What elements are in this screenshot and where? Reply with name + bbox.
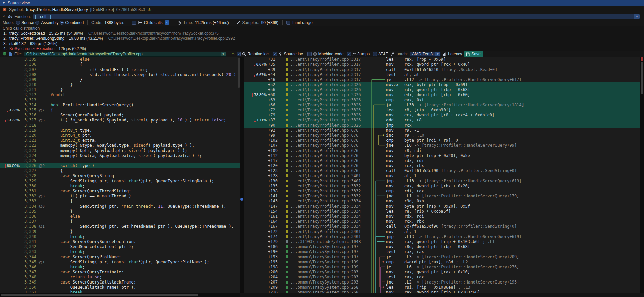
source-line[interactable]: 3,313 xyxy=(0,97,240,102)
asm-row[interactable]: +138...ent\TracyProfiler.cpp:3332cmprdi,… xyxy=(244,188,644,193)
source-line[interactable]: 3,316 ServerQueryPacket payload; xyxy=(0,112,240,117)
source-line[interactable]: 3,324 memcpy( &extra, &payload.extra, si… xyxy=(0,153,240,158)
collapse-icon[interactable]: ▼ xyxy=(2,1,5,5)
source-line[interactable]: 3,319 uint8_t type; xyxy=(0,128,240,133)
child-call-item[interactable]: 1.tracy::Socket::Read25.25 ms (54.89%)C:… xyxy=(0,31,644,36)
source-line[interactable]: 13.33%3,317@5 if( !m_sock->Read( &payloa… xyxy=(0,117,240,123)
source-line[interactable]: 3,334@6 SendString( ptr, "Main thread", … xyxy=(0,204,240,209)
source-line[interactable]: 3,347 case ServerQueryTerminate: xyxy=(0,269,240,274)
source-line[interactable]: 3,314bool Profiler::HandleServerQuery() xyxy=(0,102,240,107)
asm-row[interactable]: +193...ommon\TracySystem.cpp:197je.L3-> … xyxy=(244,254,644,259)
source-line[interactable]: 3,321 uint32_t extra; xyxy=(0,138,240,143)
asm-row[interactable]: +79...ent\TracyProfiler.cpp:3326movecx, … xyxy=(244,112,644,117)
asm-row[interactable]: 78.89%+60...ent\TracyProfiler.cpp:3326mo… xyxy=(244,92,644,97)
child-calls-up-button[interactable]: ▲ xyxy=(165,20,169,25)
asm-row[interactable]: +92...ent\TracyProfiler.hpp:676movr9, -1 xyxy=(244,128,644,133)
file-combo[interactable]: C:\Users\wolf\Desktop\darkrl\contrib\tra… xyxy=(24,52,226,57)
source-line[interactable]: 3,348 return false; xyxy=(0,274,240,279)
asm-row[interactable]: +190...ommon\TracySystem.cpp:197testrax,… xyxy=(244,249,644,254)
mode-radio-source[interactable]: Source xyxy=(16,20,34,25)
asm-row[interactable]: +147...ent\TracyProfiler.cpp:3334movbyte… xyxy=(244,204,644,209)
source-line[interactable]: 3,340 break; xyxy=(0,234,240,239)
pane-splitter[interactable] xyxy=(240,57,244,293)
source-line[interactable]: 3,344 case ServerQueryPlotName: xyxy=(0,254,240,259)
asm-row[interactable]: +130...ent\TracyProfiler.cpp:3401jmp.L13… xyxy=(244,178,644,183)
source-line[interactable]: 3,307 if( shouldExit ) return; xyxy=(0,67,240,72)
source-line[interactable]: 3,310 } xyxy=(0,82,240,87)
source-line[interactable]: 3,349 case ServerQueryCallstackFrame: xyxy=(0,279,240,285)
asm-row[interactable]: +66...ent\TracyProfiler.cpp:3326ja.L33->… xyxy=(244,102,644,107)
source-line[interactable]: 3,338@1 SendString( ptr, GetThreadName( … xyxy=(0,224,240,229)
source-line[interactable]: 3,345@1 SendString( ptr, (const char*)pt… xyxy=(0,259,240,264)
mode-radio-assembly[interactable]: Assembly xyxy=(35,20,58,25)
source-line[interactable]: 3,333 { xyxy=(0,198,240,204)
toggle-jumps[interactable]: ✓Jumps xyxy=(347,52,370,56)
asm-scrollbar-thumb[interactable] xyxy=(641,62,643,94)
asm-row[interactable]: 6.67%+44...ent\TracyProfiler.cpp:3317tes… xyxy=(244,72,644,77)
asm-scrollbar[interactable] xyxy=(640,57,644,293)
asm-row[interactable]: +128...ent\TracyProfiler.cpp:3401moval, … xyxy=(244,173,644,178)
limit-range-checkbox[interactable] xyxy=(286,21,290,25)
source-line[interactable]: 3,350 QueueCallstackFrame( ptr ); xyxy=(0,285,240,290)
source-line[interactable]: 3,332@3 if( ptr == m_mainThread ) xyxy=(0,193,240,198)
source-line[interactable]: 3,342 SendSourceLocation( ptr ); xyxy=(0,244,240,249)
child-call-item[interactable]: 4.KeSynchronizeExecution125 μs (0.27%) xyxy=(0,46,644,51)
source-line[interactable]: 3,339 } xyxy=(0,229,240,234)
source-line[interactable]: 3,309 } xyxy=(0,77,240,82)
mode-radio-combined[interactable]: Combined xyxy=(60,20,84,25)
asm-row[interactable]: +174...ent\TracyProfiler.cpp:3401jmp.L13… xyxy=(244,234,644,239)
asm-row[interactable]: +198...ommon\TracySystem.cpp:199je.L6-> … xyxy=(244,264,644,269)
source-line[interactable]: 3,306 { xyxy=(0,62,240,67)
asm-row[interactable]: +161...ent\TracyProfiler.cpp:3334movrdx,… xyxy=(244,214,644,219)
asm-row[interactable]: 1.11%+87...ent\TracyProfiler.cpp:3326add… xyxy=(244,117,644,123)
source-line[interactable]: 3,322 memcpy( &type, &payload.type, size… xyxy=(0,143,240,148)
asm-row[interactable]: +52...ent\TracyProfiler.cpp:3326movzxeax… xyxy=(244,82,644,87)
source-hscrollbar[interactable] xyxy=(0,293,240,297)
asm-row[interactable]: +167...ent\TracyProfiler.cpp:3334call0x7… xyxy=(244,224,644,229)
source-line[interactable]: 3,325 xyxy=(0,158,240,163)
toggle-machine-code[interactable]: Machine code xyxy=(307,52,344,56)
source-hscrollbar-thumb[interactable] xyxy=(1,294,198,296)
latency-button[interactable]: Latency xyxy=(443,52,462,56)
source-line[interactable]: 3,336 else xyxy=(0,214,240,219)
source-line[interactable]: 3,346 break; xyxy=(0,264,240,269)
source-line[interactable]: 3,329 SendString( ptr, (const char*)ptr,… xyxy=(0,178,240,183)
asm-row[interactable]: +46...ent\TracyProfiler.cpp:3317je.L12->… xyxy=(244,77,644,82)
asm-row[interactable]: +120...ent\TracyProfiler.hpp:676movrcx, … xyxy=(244,163,644,168)
asm-row[interactable]: 6.67%+35...ent\TracyProfiler.cpp:3317mov… xyxy=(244,62,644,67)
asm-row[interactable]: +123...ent\TracyProfiler.hpp:676call0x7f… xyxy=(244,168,644,173)
toggle-at-t[interactable]: AT&T xyxy=(373,52,388,56)
source-line[interactable]: 3,330 break; xyxy=(0,183,240,188)
child-calls-checkbox[interactable] xyxy=(132,21,136,25)
source-line[interactable]: 3.33%3,315@7{ xyxy=(0,107,240,112)
asm-row[interactable]: +200...ommon\TracySystem.cpp:203movrax, … xyxy=(244,269,644,274)
asm-row[interactable]: +112...ent\TracyProfiler.hpp:676movbyte … xyxy=(244,153,644,158)
toggle-relative-loc[interactable]: ✓Relative loc. xyxy=(237,52,269,56)
asm-row[interactable]: +135...ent\TracyProfiler.cpp:3332moveax,… xyxy=(244,183,644,188)
asm-row[interactable]: +107...ent\TracyProfiler.hpp:676jne.L0->… xyxy=(244,143,644,148)
source-line[interactable]: 3,320 uint64_t ptr; xyxy=(0,133,240,138)
save-button[interactable]: Save xyxy=(464,51,483,57)
asm-row[interactable]: +63...ent\TracyProfiler.cpp:3326cmpeax, … xyxy=(244,97,644,102)
asm-row[interactable]: +72...ent\TracyProfiler.cpp:3326lear8, [… xyxy=(244,107,644,112)
source-line[interactable]: 3,308 std::this_thread::sleep_for( std::… xyxy=(0,72,240,77)
source-line[interactable]: 3,305 else xyxy=(0,57,240,62)
source-line[interactable]: 3,327 { xyxy=(0,168,240,173)
source-line[interactable]: 3,323 memcpy( &ptr, &payload.ptr, sizeof… xyxy=(0,148,240,153)
asm-row[interactable]: +216...ommon\TracySystem.cpp:258movrax, … xyxy=(244,290,644,293)
asm-row[interactable]: +31...ent\TracyProfiler.cpp:3317learax, … xyxy=(244,57,644,62)
asm-row[interactable]: +195...ommon\TracySystem.cpp:199cmpdword… xyxy=(244,259,644,264)
splitter-grip[interactable] xyxy=(240,198,243,201)
asm-row[interactable]: +56...ent\TracyProfiler.cpp:3326movrdi, … xyxy=(244,87,644,92)
source-line[interactable]: 3,351 break; xyxy=(0,290,240,293)
source-line[interactable]: 3,311 } xyxy=(0,87,240,92)
asm-row[interactable]: +172...ent\TracyProfiler.cpp:3401moval, … xyxy=(244,229,644,234)
asm-row[interactable]: +179....31103\include\atomic:1048movrax,… xyxy=(244,239,644,244)
source-line[interactable]: 3,331 case ServerQueryThreadString: xyxy=(0,188,240,193)
function-combo[interactable]: [ - self - ] ▼ xyxy=(33,14,640,19)
source-line[interactable]: 3,341 case ServerQuerySourceLocation: xyxy=(0,239,240,244)
asm-row[interactable]: +204...ommon\TracySystem.cpp:203testrax,… xyxy=(244,274,644,279)
source-scrollbar[interactable] xyxy=(238,58,240,88)
asm-row[interactable]: +117...ent\TracyProfiler.hpp:676movrdx, … xyxy=(244,158,644,163)
asm-row[interactable]: +99...ent\TracyProfiler.hpp:676incr9; .L… xyxy=(244,133,644,138)
